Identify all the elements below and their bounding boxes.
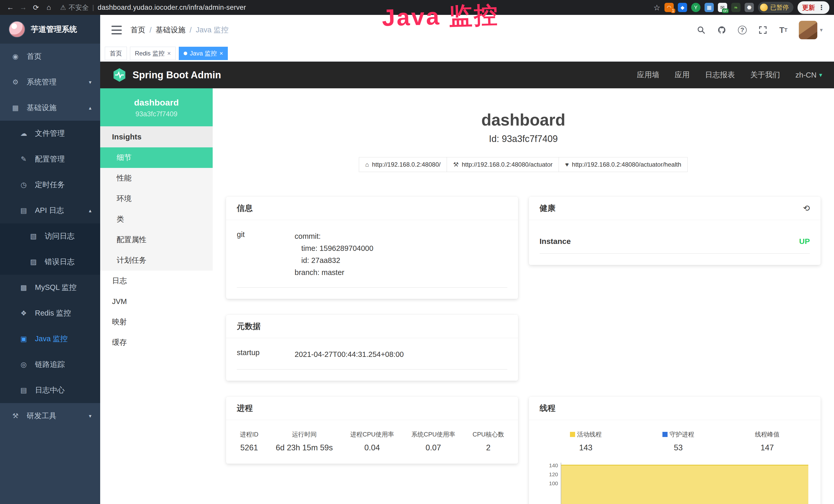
- sba-item-jvm[interactable]: JVM: [100, 291, 213, 312]
- browser-menu-icon[interactable]: ⋮: [818, 4, 825, 12]
- breadcrumb-item[interactable]: 首页: [130, 25, 146, 35]
- info-line: commit:: [294, 230, 507, 243]
- sba-nav-about[interactable]: 关于我们: [750, 70, 780, 80]
- metric-process-cpu: 进程CPU使用率 0.04: [350, 430, 394, 452]
- extension-puzzle-icon[interactable]: ⬣: [745, 3, 754, 12]
- history-icon[interactable]: ⟲: [803, 203, 810, 213]
- back-icon[interactable]: ←: [5, 2, 16, 13]
- extension-mail-icon[interactable]: ✉ on: [718, 3, 727, 12]
- forward-icon[interactable]: →: [18, 2, 29, 13]
- sidebar-item-scheduled-jobs[interactable]: ◷ 定时任务: [0, 172, 100, 198]
- active-dot: [184, 52, 187, 55]
- sba-item-details[interactable]: 细节: [100, 147, 213, 168]
- redis-icon: ❖: [19, 309, 28, 317]
- sidebar-item-label: 研发工具: [27, 411, 57, 421]
- sidebar-item-file-mgmt[interactable]: ☁ 文件管理: [0, 121, 100, 146]
- github-icon[interactable]: [717, 25, 727, 35]
- sba-item-scheduled-tasks[interactable]: 计划任务: [100, 250, 213, 271]
- profile-avatar: [760, 4, 768, 11]
- extension-leaf-icon[interactable]: ❧: [731, 3, 741, 12]
- link-health-url[interactable]: ♥ http://192.168.0.2:48080/actuator/heal…: [559, 157, 687, 172]
- sidebar-item-mysql-monitor[interactable]: ▩ MySQL 监控: [0, 275, 100, 300]
- trace-icon: ◎: [19, 361, 28, 369]
- instance-header[interactable]: dashboard 93a3fc7f7409: [100, 88, 213, 126]
- link-service-url[interactable]: ⌂ http://192.168.0.2:48080/: [359, 157, 447, 172]
- sidebar-item-home[interactable]: ◉ 首页: [0, 44, 100, 69]
- metric-cpu-cores: CPU核心数 2: [473, 430, 504, 452]
- breadcrumb-item[interactable]: 基础设施: [156, 25, 185, 35]
- browser-chrome: ← → ⟳ ⌂ ⚠ 不安全 | dashboard.yudao.iocoder.…: [0, 0, 834, 15]
- extension-green-icon[interactable]: Y: [691, 3, 700, 12]
- extension-fox-icon[interactable]: ◠ 1: [664, 3, 674, 12]
- sidebar-item-label: 首页: [27, 51, 42, 62]
- help-icon[interactable]: ?: [737, 25, 747, 35]
- link-actuator-url[interactable]: ⚒ http://192.168.0.2:48080/actuator: [447, 157, 559, 172]
- sidebar-item-log-center[interactable]: ▤ 日志中心: [0, 377, 100, 403]
- question-glyph: ?: [738, 26, 747, 35]
- extension-drop-icon[interactable]: ◆: [678, 3, 687, 12]
- legend-peak-threads: 线程峰值 147: [755, 430, 780, 452]
- text-size-icon[interactable]: TT: [778, 25, 789, 35]
- locale-label: zh-CN: [795, 71, 816, 79]
- sba-item-classes[interactable]: 类: [100, 209, 213, 230]
- cloud-icon: ☁: [19, 130, 28, 138]
- sba-item-logs[interactable]: 日志: [100, 271, 213, 291]
- update-label: 更新: [802, 3, 815, 12]
- database-icon: ▩: [19, 283, 28, 292]
- sba-item-metrics[interactable]: 性能: [100, 168, 213, 188]
- locale-select[interactable]: zh-CN ▾: [795, 71, 822, 79]
- fullscreen-icon[interactable]: [758, 25, 768, 35]
- breadcrumb-separator: [190, 26, 192, 35]
- address-bar[interactable]: dashboard.yudao.iocoder.cn/infra/admin-s…: [97, 4, 246, 12]
- sidebar-item-java-monitor[interactable]: ▣ Java 监控: [0, 326, 100, 352]
- search-icon[interactable]: [696, 25, 706, 35]
- sidebar-item-api-logs[interactable]: ▤ API 日志 ▴: [0, 198, 100, 223]
- process-metrics: 进程ID 5261 运行时间 6d 23h 15m 59s 进程CPU使用率: [237, 430, 507, 452]
- sba-item-config-props[interactable]: 配置属性: [100, 230, 213, 250]
- sba-nav-applications[interactable]: 应用: [675, 70, 690, 80]
- menu-group-insights: Insights: [100, 126, 213, 147]
- sba-item-mappings[interactable]: 映射: [100, 312, 213, 332]
- sidebar-item-label: 日志中心: [35, 385, 65, 395]
- card-title: 进程: [237, 403, 253, 414]
- sidebar: 芋道管理系统 ◉ 首页 ⚙ 系统管理 ▾ ▦ 基础设施 ▴ ☁ 文件管理 ✎ 配…: [0, 15, 100, 504]
- sidebar-item-redis-monitor[interactable]: ❖ Redis 监控: [0, 300, 100, 326]
- sidebar-item-infrastructure[interactable]: ▦ 基础设施 ▴: [0, 95, 100, 121]
- info-key: git: [237, 230, 294, 279]
- profile-paused-chip[interactable]: 已暂停: [758, 2, 793, 13]
- sidebar-item-system-mgmt[interactable]: ⚙ 系统管理 ▾: [0, 69, 100, 95]
- sba-nav-journal[interactable]: 日志报表: [705, 70, 735, 80]
- sidebar-item-trace[interactable]: ◎ 链路追踪: [0, 352, 100, 377]
- user-menu[interactable]: ▾: [799, 21, 823, 39]
- extension-grid-icon[interactable]: ▦: [705, 3, 714, 12]
- close-icon[interactable]: ×: [219, 50, 223, 57]
- sba-item-caches[interactable]: 缓存: [100, 332, 213, 353]
- bookmark-star-icon[interactable]: ☆: [654, 3, 660, 12]
- security-indicator[interactable]: ⚠ 不安全: [60, 3, 89, 12]
- home-icon[interactable]: ⌂: [43, 2, 54, 13]
- extension-glyph: ▦: [707, 4, 712, 10]
- tab-redis-monitor[interactable]: Redis 监控 ×: [130, 47, 176, 60]
- metric-value: 2: [473, 443, 504, 452]
- sba-nav-wallboard[interactable]: 应用墙: [637, 70, 659, 80]
- tab-home[interactable]: 首页: [105, 47, 127, 60]
- instance-name: dashboard: [103, 97, 210, 108]
- metadata-value: 2021-04-27T00:44:31.254+08:00: [294, 348, 507, 361]
- reload-icon[interactable]: ⟳: [30, 2, 42, 13]
- breadcrumb-item-current: Java 监控: [196, 25, 228, 35]
- hamburger-icon[interactable]: [111, 26, 122, 35]
- sba-item-environment[interactable]: 环境: [100, 188, 213, 209]
- close-icon[interactable]: ×: [167, 50, 171, 57]
- tab-java-monitor[interactable]: Java 监控 ×: [179, 47, 228, 60]
- sidebar-item-dev-tools[interactable]: ⚒ 研发工具 ▾: [0, 403, 100, 429]
- browser-update-button[interactable]: 更新 ⋮: [797, 1, 829, 14]
- app-logo[interactable]: 芋道管理系统: [0, 15, 100, 44]
- sidebar-item-config-mgmt[interactable]: ✎ 配置管理: [0, 146, 100, 172]
- sidebar-item-access-logs[interactable]: ▧ 访问日志: [0, 223, 100, 249]
- metric-value: 5261: [240, 443, 258, 452]
- link-label: http://192.168.0.2:48080/actuator/health: [572, 161, 681, 168]
- tab-label: Java 监控: [190, 49, 217, 58]
- sidebar-item-label: API 日志: [35, 205, 64, 216]
- sidebar-item-error-logs[interactable]: ▨ 错误日志: [0, 249, 100, 275]
- info-line: time: 1596289704000: [294, 243, 507, 254]
